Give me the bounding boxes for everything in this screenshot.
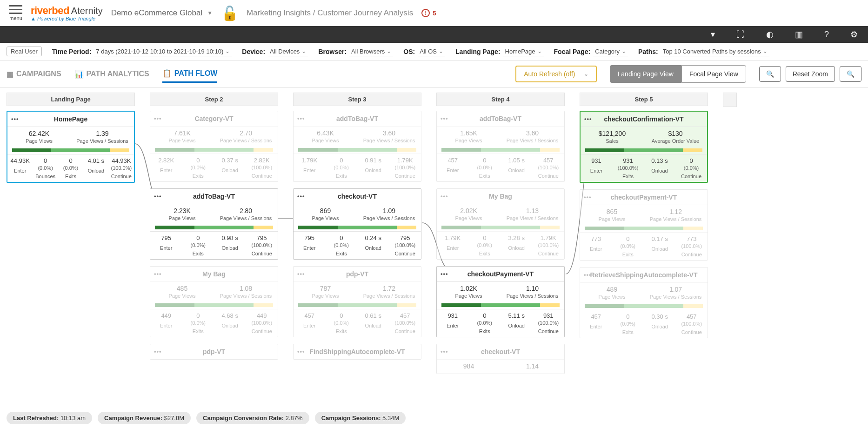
column-step-5: Step 5 •••checkoutConfirmation-VT$121,20… xyxy=(580,93,708,345)
time-period-dropdown[interactable]: 7 days (2021-10-12 10:10 to 2021-10-19 1… xyxy=(94,47,232,56)
column-header: Step 2 xyxy=(150,93,278,106)
brand-block: riverbed Aternity ▲ Powered by Blue Tria… xyxy=(31,5,103,21)
card-menu-icon[interactable]: ••• xyxy=(154,348,162,355)
card-menu-icon[interactable]: ••• xyxy=(297,115,305,122)
reset-zoom-button[interactable]: Reset Zoom xyxy=(786,66,835,82)
fullscreen-icon[interactable]: ⛶ xyxy=(736,30,745,40)
columns-icon[interactable]: ▥ xyxy=(795,29,803,40)
spark-bar xyxy=(155,303,273,307)
card-addtobag-vt[interactable]: •••addToBag-VT6.43KPage Views3.60Page Vi… xyxy=(293,111,421,182)
chevron-down-icon: ⌄ xyxy=(387,48,391,54)
menu-label: menu xyxy=(9,15,22,21)
chevron-down-icon: ⌄ xyxy=(225,48,230,54)
spark-bar xyxy=(441,226,560,229)
card-menu-icon[interactable]: ••• xyxy=(441,193,448,200)
landing-page-label: Landing Page: xyxy=(455,48,500,55)
chevron-down-icon: ⌄ xyxy=(763,48,768,54)
toolbar-dark: ▾ ⛶ ◐ ▥ ? ⚙ xyxy=(0,26,868,43)
card-my-bag[interactable]: •••My Bag2.02KPage Views1.13Page Views /… xyxy=(436,188,565,260)
menu-button[interactable]: menu xyxy=(9,5,22,21)
breadcrumb: Marketing Insights / Customer Journey An… xyxy=(247,8,413,18)
spark-bar xyxy=(441,148,560,152)
column-header xyxy=(723,93,737,107)
settings-icon[interactable]: ⚙ xyxy=(850,29,858,40)
column-header: Landing Page xyxy=(7,93,135,106)
os-dropdown[interactable]: All OS⌄ xyxy=(418,47,445,56)
card-addtobag-vt[interactable]: •••addToBag-VT1.65KPage Views3.60Page Vi… xyxy=(436,111,565,182)
card-menu-icon[interactable]: ••• xyxy=(297,348,305,355)
card-menu-icon[interactable]: ••• xyxy=(11,115,19,122)
card-findshipping-vt[interactable]: •••FindShippingAutocomplete-VT xyxy=(293,344,421,360)
device-dropdown[interactable]: All Devices⌄ xyxy=(268,47,308,56)
autorefresh-dropdown[interactable]: Auto Refresh (off)⌄ xyxy=(515,66,596,82)
card-title: checkout-VT xyxy=(437,344,564,359)
view-toggle: Landing Page View Focal Page View xyxy=(610,65,746,83)
card-menu-icon[interactable]: ••• xyxy=(441,348,448,355)
card-checkout-vt[interactable]: •••checkout-VT869Page Views1.09Page View… xyxy=(293,188,421,260)
card-menu-icon[interactable]: ••• xyxy=(441,115,448,122)
environment-dropdown[interactable]: Demo eCommerce Global ▼ xyxy=(111,8,213,18)
card-menu-icon[interactable]: ••• xyxy=(154,115,162,122)
chevron-down-icon: ⌄ xyxy=(621,48,626,54)
tab-bar: ▦CAMPAIGNS 📊PATH ANALYTICS 📋PATH FLOW Au… xyxy=(0,60,868,88)
brand-riverbed: riverbed xyxy=(31,5,69,17)
paths-label: Paths: xyxy=(638,48,658,55)
card-pdp-vt[interactable]: •••pdp-VT787Page Views1.72Page Views / S… xyxy=(293,266,421,337)
focal-page-dropdown[interactable]: Category⌄ xyxy=(593,47,628,56)
spark-bar xyxy=(585,227,703,230)
focal-page-label: Focal Page: xyxy=(554,48,591,55)
grid-icon: ▦ xyxy=(7,70,13,79)
app-header: menu riverbed Aternity ▲ Powered by Blue… xyxy=(0,0,868,26)
card-title: addToBag-VT xyxy=(294,111,421,126)
brand-subtitle: ▲ Powered by Blue Triangle xyxy=(31,16,103,21)
lock-open-icon[interactable]: 🔓 xyxy=(221,5,238,21)
browser-dropdown[interactable]: All Browsers⌄ xyxy=(349,47,393,56)
card-checkout-vt[interactable]: •••checkout-VT9841.14 xyxy=(436,344,565,374)
alert-icon: ! xyxy=(421,9,430,17)
card-menu-icon[interactable]: ••• xyxy=(584,194,592,201)
card-menu-icon[interactable]: ••• xyxy=(297,270,305,277)
card-category-vt[interactable]: •••Category-VT7.61KPage Views2.70Page Vi… xyxy=(150,111,278,182)
card-pdp-vt[interactable]: •••pdp-VT xyxy=(150,344,278,360)
card-title: FindShippingAutocomplete-VT xyxy=(294,344,421,359)
time-period-label: Time Period: xyxy=(52,48,92,55)
filter-icon[interactable]: ▾ xyxy=(711,29,715,40)
card-menu-icon[interactable]: ••• xyxy=(297,193,305,200)
card-title: pdp-VT xyxy=(150,344,278,359)
clipboard-icon: 📋 xyxy=(162,69,172,78)
tab-path-analytics[interactable]: 📊PATH ANALYTICS xyxy=(74,66,149,82)
card-checkoutpayment-vt[interactable]: •••checkoutPayment-VT865Page Views1.12Pa… xyxy=(580,189,708,261)
status-bar: Last Refreshed: 10:13 am Campaign Revenu… xyxy=(0,408,868,408)
card-menu-icon[interactable]: ••• xyxy=(154,193,162,200)
card-retrieveshipping-vt[interactable]: •••RetrieveShippingAutocomplete-VT489Pag… xyxy=(580,267,708,338)
card-homepage[interactable]: •••HomePage62.42KPage Views1.39Page View… xyxy=(7,111,135,183)
spark-bar xyxy=(441,303,560,307)
landing-page-dropdown[interactable]: HomePage⌄ xyxy=(503,47,544,56)
card-title: pdp-VT xyxy=(294,267,421,281)
tab-path-flow[interactable]: 📋PATH FLOW xyxy=(162,65,218,83)
environment-name: Demo eCommerce Global xyxy=(111,8,203,18)
chevron-down-icon: ▼ xyxy=(207,10,213,16)
help-icon[interactable]: ? xyxy=(824,30,829,40)
alert-indicator[interactable]: ! 5 xyxy=(421,9,436,17)
card-menu-icon[interactable]: ••• xyxy=(441,270,448,277)
landing-page-view-button[interactable]: Landing Page View xyxy=(610,65,681,83)
zoom-out-button[interactable]: 🔍 xyxy=(759,66,781,82)
path-flow-canvas[interactable]: Landing Page •••HomePage62.42KPage Views… xyxy=(0,88,868,408)
paths-dropdown[interactable]: Top 10 Converted Paths by sessions⌄ xyxy=(661,47,769,56)
zoom-out-icon: 🔍 xyxy=(766,70,774,78)
card-menu-icon[interactable]: ••• xyxy=(584,271,592,278)
card-my-bag[interactable]: •••My Bag485Page Views1.08Page Views / S… xyxy=(150,266,278,337)
real-user-chip[interactable]: Real User xyxy=(7,47,42,56)
zoom-in-button[interactable]: 🔍 xyxy=(840,66,861,82)
card-checkoutpayment-vt[interactable]: •••checkoutPayment-VT1.02KPage Views1.10… xyxy=(436,266,565,337)
card-checkoutconfirmation-vt[interactable]: •••checkoutConfirmation-VT$121,200Sales$… xyxy=(580,111,708,183)
spark-bar xyxy=(298,303,416,307)
contrast-icon[interactable]: ◐ xyxy=(766,29,774,40)
card-menu-icon[interactable]: ••• xyxy=(154,270,162,277)
column-header: Step 5 xyxy=(580,93,708,106)
tab-campaigns[interactable]: ▦CAMPAIGNS xyxy=(7,66,61,82)
focal-page-view-button[interactable]: Focal Page View xyxy=(681,65,746,83)
card-addtobag-vt[interactable]: •••addToBag-VT2.23KPage Views2.80Page Vi… xyxy=(150,188,278,260)
card-menu-icon[interactable]: ••• xyxy=(584,115,592,122)
